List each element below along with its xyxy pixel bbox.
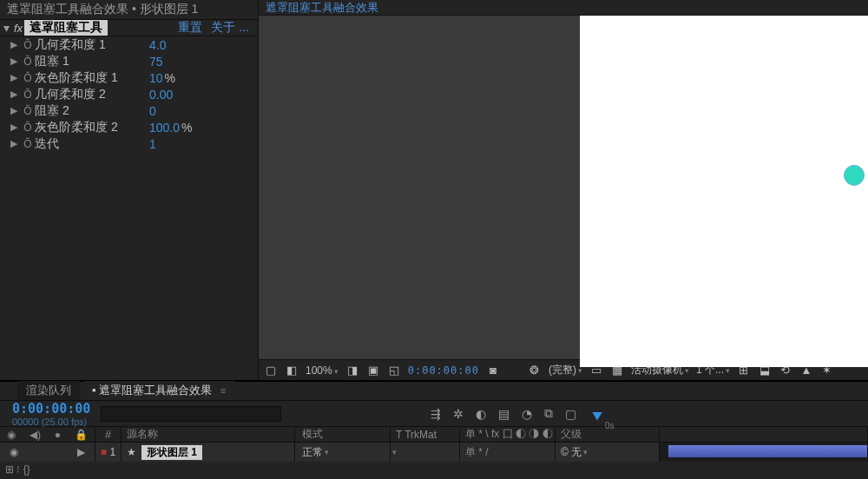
- layer-color-icon[interactable]: ■: [101, 446, 107, 458]
- timeline-panel: 渲染队列 ▪ 遮罩阻塞工具融合效果 ≡ 0:00:00:00 00000 (25…: [0, 380, 868, 479]
- stopwatch-icon[interactable]: Ŏ: [21, 39, 35, 51]
- param-name: 迭代: [35, 136, 149, 152]
- stopwatch-icon[interactable]: Ŏ: [21, 72, 35, 84]
- param-row[interactable]: ▶ Ŏ 几何柔和度 1 4.0: [0, 36, 258, 53]
- comp-flowchart-icon[interactable]: ✲: [453, 407, 464, 421]
- mask-icon[interactable]: ◱: [387, 364, 401, 377]
- about-link[interactable]: 关于 ...: [211, 20, 249, 36]
- param-value[interactable]: 0.00: [149, 88, 173, 102]
- layer-bar-area[interactable]: [660, 443, 868, 462]
- fx-row[interactable]: ▾ fx 遮罩阻塞工具 重置 关于 ...: [0, 20, 258, 36]
- reset-link[interactable]: 重置: [178, 20, 202, 36]
- viewer-tab[interactable]: 遮罩阻塞工具融合效果: [259, 0, 868, 16]
- pickwhip-icon[interactable]: ©: [561, 446, 569, 458]
- param-value[interactable]: 1: [149, 137, 156, 151]
- layer-duration-bar[interactable]: [668, 445, 867, 457]
- col-source-name[interactable]: 源名称: [122, 427, 295, 442]
- tab-composition[interactable]: ▪ 遮罩阻塞工具融合效果 ≡: [83, 381, 234, 400]
- param-row[interactable]: ▶ Ŏ 阻塞 1 75: [0, 53, 258, 69]
- chevron-right-icon[interactable]: ▶: [0, 39, 21, 50]
- stopwatch-icon[interactable]: Ŏ: [21, 89, 35, 101]
- effect-name[interactable]: 遮罩阻塞工具: [24, 20, 108, 36]
- solo-icon[interactable]: ●: [55, 429, 61, 441]
- fx-icon: fx: [14, 22, 23, 35]
- timecode-display[interactable]: 0:00:00:00: [408, 364, 479, 377]
- composition-canvas[interactable]: [580, 16, 868, 367]
- trkmat-dropdown[interactable]: ▾: [391, 443, 460, 462]
- eye-icon[interactable]: ◉: [10, 446, 18, 458]
- chevron-right-icon[interactable]: ▶: [0, 56, 21, 67]
- param-name: 灰色阶柔和度 1: [35, 70, 149, 86]
- zoom-dropdown[interactable]: 100%▾: [306, 364, 339, 377]
- stopwatch-icon[interactable]: Ŏ: [21, 56, 35, 68]
- param-name: 阻塞 2: [35, 103, 149, 119]
- frame-blend-icon[interactable]: ▤: [498, 407, 510, 421]
- param-value[interactable]: 75: [149, 55, 163, 69]
- layer-index: 1: [109, 446, 115, 458]
- param-name: 阻塞 1: [35, 54, 149, 69]
- chevron-right-icon[interactable]: ▶: [0, 89, 21, 100]
- col-mode[interactable]: 模式: [295, 427, 391, 442]
- stopwatch-icon[interactable]: Ŏ: [21, 138, 35, 150]
- parent-dropdown[interactable]: © 无▾: [556, 443, 660, 462]
- stopwatch-icon[interactable]: Ŏ: [21, 121, 35, 134]
- motion-blur-icon[interactable]: ◔: [522, 407, 532, 421]
- layer-name-chip[interactable]: 形状图层 1: [141, 445, 202, 460]
- tree-icon[interactable]: ⇶: [431, 407, 441, 421]
- layer-columns-header: ◉ ◀) ● 🔒 # 源名称 模式 T TrkMat 单 * \ fx 囗 ◐ …: [0, 427, 868, 443]
- param-row[interactable]: ▶ Ŏ 阻塞 2 0: [0, 102, 258, 119]
- param-value[interactable]: 0: [149, 104, 156, 118]
- param-unit: %: [165, 71, 175, 85]
- tab-chip-icon: ▪: [92, 384, 96, 397]
- param-row[interactable]: ▶ Ŏ 几何柔和度 2 0.00: [0, 86, 258, 102]
- grid-icon[interactable]: ◧: [285, 364, 299, 377]
- shape-small-circle[interactable]: [844, 165, 865, 186]
- res-full-icon[interactable]: ▣: [366, 364, 380, 377]
- param-name: 几何柔和度 2: [35, 87, 149, 102]
- blend-mode-dropdown[interactable]: 正常▾: [295, 443, 391, 462]
- res-half-icon[interactable]: ◨: [345, 364, 359, 377]
- tab-render-queue[interactable]: 渲染队列: [17, 381, 80, 400]
- graph-icon[interactable]: ⧉: [544, 406, 553, 421]
- viewer-area[interactable]: [259, 16, 868, 359]
- color-icon[interactable]: ❂: [528, 364, 542, 377]
- quality-dropdown[interactable]: (完整)▾: [549, 363, 582, 377]
- search-input[interactable]: [101, 406, 281, 422]
- param-unit: %: [181, 121, 192, 135]
- param-row[interactable]: ▶ Ŏ 迭代 1: [0, 135, 258, 152]
- twirl-icon[interactable]: ▾: [0, 21, 12, 35]
- col-switches[interactable]: 单 * \ fx 囗 ◐ ◑ ◐: [460, 427, 556, 442]
- timecode[interactable]: 0:00:00:00: [12, 401, 95, 417]
- eye-icon[interactable]: ◉: [7, 429, 16, 441]
- param-row[interactable]: ▶ Ŏ 灰色阶柔和度 1 10 %: [0, 69, 258, 86]
- layer-switches[interactable]: 单 * /: [460, 443, 556, 462]
- tab-label: 遮罩阻塞工具融合效果: [99, 384, 212, 397]
- close-icon[interactable]: ≡: [220, 385, 226, 396]
- ruler-tick: 0s: [605, 421, 615, 430]
- speaker-icon[interactable]: ◀): [30, 429, 41, 441]
- effect-controls-tab[interactable]: 遮罩阻塞工具融合效果 • 形状图层 1: [0, 0, 258, 20]
- param-value[interactable]: 100.0: [149, 121, 180, 135]
- param-value[interactable]: 4.0: [149, 38, 166, 52]
- layer-search[interactable]: [95, 406, 297, 422]
- lock-icon[interactable]: 🔒: [75, 429, 88, 441]
- toggle-icon[interactable]: ⊞ ⁝ {}: [5, 463, 30, 476]
- col-index[interactable]: #: [95, 427, 122, 442]
- effect-controls-panel: 遮罩阻塞工具融合效果 • 形状图层 1 ▾ fx 遮罩阻塞工具 重置 关于 ..…: [0, 0, 259, 380]
- stopwatch-icon[interactable]: Ŏ: [21, 105, 35, 117]
- chevron-right-icon[interactable]: ▶: [0, 138, 21, 149]
- chevron-right-icon[interactable]: ▶: [0, 121, 21, 133]
- param-value[interactable]: 10: [149, 71, 163, 85]
- current-time[interactable]: 0:00:00:00 00000 (25.00 fps): [0, 401, 95, 427]
- param-name: 几何柔和度 1: [35, 37, 149, 53]
- chevron-right-icon[interactable]: ▶: [0, 72, 21, 83]
- col-trkmat[interactable]: T TrkMat: [391, 427, 460, 442]
- magnify-icon[interactable]: ▢: [264, 364, 278, 377]
- layer-row[interactable]: ◉ ▶ ■ 1 ★ 形状图层 1 正常▾ ▾ 单 * / © 无▾: [0, 443, 868, 462]
- chevron-right-icon[interactable]: ▶: [0, 105, 21, 116]
- chevron-right-icon[interactable]: ▶: [77, 446, 85, 458]
- shy-icon[interactable]: ◐: [476, 407, 486, 421]
- snapshot-icon[interactable]: ◙: [486, 364, 500, 377]
- toggle-switches-icon[interactable]: ▢: [565, 407, 576, 421]
- param-row[interactable]: ▶ Ŏ 灰色阶柔和度 2 100.0 %: [0, 119, 258, 135]
